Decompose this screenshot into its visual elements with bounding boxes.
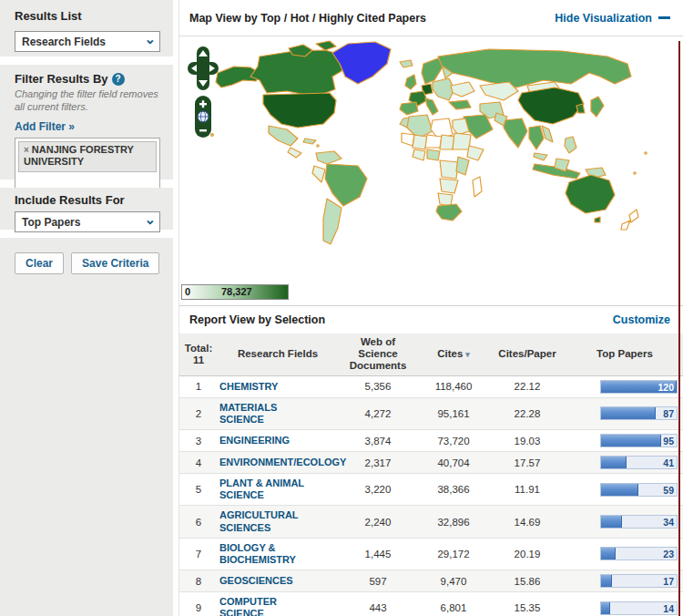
filter-section: Filter Results By? Changing the filter f… [0, 65, 173, 180]
top-papers-bar: 17 [600, 574, 678, 588]
country-kenya-tanzania [456, 157, 469, 175]
wos-documents-value: 3,874 [338, 430, 418, 452]
choropleth-map[interactable] [179, 36, 683, 282]
country-peru [312, 166, 325, 182]
hide-visualization-link[interactable]: Hide Visualization [555, 12, 670, 25]
zoom-control[interactable] [195, 96, 211, 138]
filter-tag-label: NANJING FORESTRY UNIVERSITY [24, 144, 134, 168]
row-rank: 6 [179, 506, 218, 538]
cites-per-paper-value: 14.69 [489, 506, 566, 538]
top-papers-value: 23 [663, 549, 674, 560]
country-sudan [453, 133, 471, 149]
country-mexico [269, 126, 298, 146]
top-papers-bar: 41 [600, 456, 678, 469]
country-italy [425, 98, 438, 115]
actions-section: Clear Save Criteria [0, 238, 173, 616]
include-results-heading: Include Results For [15, 193, 160, 207]
table-row: 4ENVIRONMENT/ECOLOGY2,31740,70417.5741 [179, 452, 683, 474]
country-west-africa [413, 149, 425, 160]
main-panel: Map View by Top / Hot / Highly Cited Pap… [178, 0, 683, 616]
island-caribbean [317, 145, 319, 147]
wos-documents-value: 597 [338, 570, 418, 592]
cites-value: 40,704 [418, 452, 489, 474]
country-egypt [453, 118, 469, 135]
wos-documents-value: 1,445 [338, 538, 418, 570]
top-papers-value: 14 [663, 603, 674, 614]
table-row: 2MATERIALS SCIENCE4,27295,16122.2887 [179, 397, 683, 429]
country-madagascar [473, 177, 482, 197]
wos-documents-value: 3,220 [338, 474, 418, 506]
clear-button[interactable]: Clear [15, 252, 64, 274]
filter-heading: Filter Results By? [15, 72, 160, 86]
research-field-link[interactable]: PLANT & ANIMAL SCIENCE [219, 477, 321, 501]
island-pacific2 [645, 152, 647, 154]
top-papers-value: 34 [663, 517, 674, 528]
research-field-link[interactable]: AGRICULTURAL SCIENCES [219, 509, 321, 533]
research-field-link[interactable]: COMPUTER SCIENCE [219, 596, 321, 616]
col-top-papers: Top Papers [566, 334, 683, 375]
country-canada [250, 50, 348, 97]
country-japan [591, 97, 604, 117]
filter-note: Changing the filter field removes all cu… [15, 87, 160, 114]
wos-documents-value: 2,317 [338, 452, 418, 474]
cites-value: 6,801 [418, 592, 489, 616]
total-header: Total:11 [179, 334, 218, 375]
cites-per-paper-value: 20.19 [489, 538, 566, 570]
cites-per-paper-value: 15.86 [489, 570, 566, 592]
island-pacific [634, 172, 636, 174]
country-ukraine [451, 82, 474, 97]
report-view-header: Report View by Selection Customize [179, 305, 683, 334]
wos-documents-value: 2,240 [338, 506, 418, 538]
table-header-row: Total:11 Research Fields Web of Science … [179, 334, 683, 375]
cites-value: 29,172 [418, 538, 489, 570]
col-wos-documents: Web of Science Documents [338, 334, 418, 375]
add-filter-link[interactable]: Add Filter » [15, 120, 160, 133]
research-field-link[interactable]: BIOLOGY & BIOCHEMISTRY [219, 542, 321, 566]
col-cites-sort[interactable]: Cites▾ [418, 334, 489, 375]
cites-value: 95,161 [418, 397, 489, 429]
pan-control[interactable] [188, 46, 219, 90]
table-row: 5PLANT & ANIMAL SCIENCE3,22038,36611.915… [179, 474, 683, 506]
include-results-dropdown[interactable]: Top Papers ⌄ [15, 211, 160, 232]
help-icon[interactable]: ? [112, 73, 125, 86]
country-central-america [288, 148, 301, 158]
cites-value: 118,460 [418, 375, 489, 397]
chevron-down-icon: ⌄ [144, 215, 156, 224]
cites-per-paper-value: 22.28 [489, 397, 566, 429]
col-cites-per-paper: Cites/Paper [489, 334, 566, 375]
legend-min-value: 0 [185, 286, 190, 297]
report-table: Total:11 Research Fields Web of Science … [179, 334, 683, 616]
results-list-dropdown[interactable]: Research Fields ⌄ [15, 31, 160, 52]
country-mauritania [402, 133, 414, 146]
research-field-link[interactable]: MATERIALS SCIENCE [219, 402, 321, 426]
top-papers-bar: 23 [600, 547, 678, 560]
research-field-link[interactable]: GEOSCIENCES [219, 575, 293, 587]
top-papers-value: 59 [663, 485, 674, 496]
country-nigeria [427, 149, 440, 160]
cites-value: 32,896 [418, 506, 489, 538]
save-criteria-button[interactable]: Save Criteria [71, 252, 159, 274]
collapse-icon [658, 16, 670, 19]
country-russia [438, 49, 631, 87]
world-map[interactable] [179, 36, 683, 282]
cites-per-paper-value: 15.35 [489, 592, 566, 616]
remove-filter-icon[interactable]: × [24, 145, 29, 155]
cites-value: 73,720 [418, 430, 489, 452]
country-greenland [332, 42, 391, 84]
cites-value: 9,470 [418, 570, 489, 592]
top-papers-bar: 95 [600, 434, 678, 447]
filter-tag[interactable]: ×NANJING FORESTRY UNIVERSITY [18, 141, 157, 173]
customize-link[interactable]: Customize [613, 313, 670, 326]
research-field-link[interactable]: ENGINEERING [219, 435, 290, 447]
row-rank: 9 [179, 592, 218, 616]
country-australia [566, 175, 615, 213]
table-row: 9COMPUTER SCIENCE4436,80115.3514 [179, 592, 683, 616]
sidebar: Results List Research Fields ⌄ Filter Re… [0, 0, 173, 616]
country-niger [425, 135, 442, 148]
country-uk [405, 75, 416, 89]
country-spain [400, 102, 418, 115]
research-field-link[interactable]: CHEMISTRY [219, 381, 278, 393]
research-field-link[interactable]: ENVIRONMENT/ECOLOGY [219, 457, 321, 468]
report-view-title: Report View by Selection [189, 313, 325, 326]
country-chad [440, 135, 454, 149]
